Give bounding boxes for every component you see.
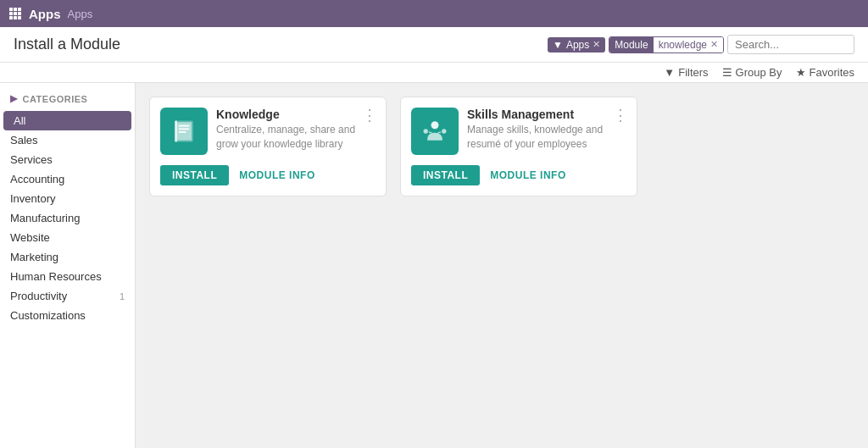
sidebar-item-accounting[interactable]: Accounting <box>0 169 135 189</box>
svg-rect-3 <box>9 12 13 15</box>
svg-point-15 <box>431 121 439 129</box>
app-icon <box>160 108 208 155</box>
filter-funnel-icon: ▼ <box>664 66 675 79</box>
sidebar-item-inventory[interactable]: Inventory <box>0 189 135 208</box>
sidebar-item-services[interactable]: Services <box>0 150 135 169</box>
svg-rect-5 <box>18 12 21 15</box>
categories-header: ▶ CATEGORIES <box>0 93 135 111</box>
sidebar-item-label: Inventory <box>10 192 55 205</box>
sidebar-items-container: AllSalesServicesAccountingInventoryManuf… <box>0 111 135 325</box>
sidebar-item-label: Website <box>10 231 50 244</box>
svg-rect-2 <box>18 8 21 11</box>
svg-line-19 <box>438 132 442 133</box>
svg-rect-14 <box>175 120 177 141</box>
svg-point-16 <box>424 129 428 133</box>
sidebar-item-website[interactable]: Website <box>0 228 135 247</box>
svg-rect-13 <box>179 131 186 133</box>
sidebar-item-label: Marketing <box>10 251 58 263</box>
module-filter-label: Module <box>609 37 653 53</box>
svg-rect-4 <box>14 12 17 15</box>
folder-icon: ▶ <box>10 93 18 104</box>
group-by-icon: ☰ <box>722 66 732 79</box>
apps-filter-label: Apps <box>566 39 589 51</box>
app-info: Skills Management Manage skills, knowled… <box>467 108 626 152</box>
svg-rect-0 <box>9 8 13 11</box>
svg-line-18 <box>429 132 432 133</box>
app-card-top: Skills Management Manage skills, knowled… <box>411 108 626 155</box>
sidebar-item-manufacturing[interactable]: Manufacturing <box>0 208 135 228</box>
group-by-button[interactable]: ☰ Group By <box>722 66 782 79</box>
sidebar-item-marketing[interactable]: Marketing <box>0 247 135 267</box>
sidebar-item-all[interactable]: All <box>3 111 131 130</box>
install-button[interactable]: INSTALL <box>160 165 229 185</box>
app-card-actions: INSTALL MODULE INFO <box>160 165 376 185</box>
svg-point-17 <box>442 129 446 133</box>
toolbar-row: ▼ Filters ☰ Group By ★ Favorites <box>0 63 868 83</box>
page-title: Install a Module <box>14 36 120 53</box>
app-info: Knowledge Centralize, manage, share and … <box>216 108 376 152</box>
filter-bar: ▼ Apps ✕ Module knowledge ✕ <box>120 35 854 54</box>
filter-icon: ▼ <box>553 39 563 51</box>
module-filter-value: knowledge ✕ <box>654 37 723 53</box>
star-icon: ★ <box>796 66 806 79</box>
topbar-breadcrumb: Apps <box>68 8 93 20</box>
sidebar-item-label: Productivity <box>10 290 67 302</box>
module-info-button[interactable]: MODULE INFO <box>490 169 566 181</box>
app-card-actions: INSTALL MODULE INFO <box>411 165 626 185</box>
apps-filter-tag[interactable]: ▼ Apps ✕ <box>548 37 605 53</box>
sidebar-item-label: Human Resources <box>10 270 102 283</box>
module-info-button[interactable]: MODULE INFO <box>239 169 315 181</box>
sidebar-item-human-resources[interactable]: Human Resources <box>0 267 135 286</box>
page-header: Install a Module ▼ Apps ✕ Module knowled… <box>0 27 868 63</box>
topbar: Apps Apps <box>0 0 868 27</box>
app-description: Manage skills, knowledge and resumé of y… <box>467 123 626 152</box>
sidebar-item-sales[interactable]: Sales <box>0 130 135 150</box>
app-card-menu-icon[interactable]: ⋮ <box>613 106 628 124</box>
sidebar-item-badge: 1 <box>120 291 125 301</box>
content-area: Knowledge Centralize, manage, share and … <box>136 83 868 448</box>
sidebar: ▶ CATEGORIES AllSalesServicesAccountingI… <box>0 83 136 448</box>
filters-button[interactable]: ▼ Filters <box>664 66 708 79</box>
favorites-button[interactable]: ★ Favorites <box>796 66 854 79</box>
apps-filter-close[interactable]: ✕ <box>593 39 600 50</box>
apps-grid: Knowledge Centralize, manage, share and … <box>149 97 854 196</box>
main-layout: ▶ CATEGORIES AllSalesServicesAccountingI… <box>0 83 868 448</box>
app-card-top: Knowledge Centralize, manage, share and … <box>160 108 376 155</box>
svg-rect-8 <box>18 16 21 19</box>
app-card-menu-icon[interactable]: ⋮ <box>362 106 377 124</box>
module-filter-close[interactable]: ✕ <box>710 39 718 50</box>
svg-rect-11 <box>179 125 190 127</box>
topbar-app-name[interactable]: Apps <box>29 7 61 21</box>
svg-rect-6 <box>9 16 13 19</box>
svg-rect-1 <box>14 8 17 11</box>
app-icon <box>411 108 459 155</box>
sidebar-item-label: Customizations <box>10 309 86 322</box>
app-card: Knowledge Centralize, manage, share and … <box>149 97 387 196</box>
sidebar-item-customizations[interactable]: Customizations <box>0 306 135 325</box>
sidebar-item-productivity[interactable]: Productivity1 <box>0 286 135 306</box>
sidebar-item-label: All <box>14 114 25 127</box>
grid-icon[interactable] <box>8 7 22 20</box>
search-input[interactable] <box>727 35 854 54</box>
sidebar-item-label: Sales <box>10 134 38 147</box>
app-description: Centralize, manage, share and grow your … <box>216 123 376 152</box>
svg-rect-7 <box>14 16 17 19</box>
app-card: Skills Management Manage skills, knowled… <box>400 97 637 196</box>
sidebar-item-label: Manufacturing <box>10 212 80 224</box>
app-name: Knowledge <box>216 108 376 121</box>
sidebar-item-label: Services <box>10 153 53 166</box>
module-filter-tag[interactable]: Module knowledge ✕ <box>609 36 724 53</box>
app-name: Skills Management <box>467 108 626 121</box>
svg-rect-12 <box>179 128 190 130</box>
install-button[interactable]: INSTALL <box>411 165 480 185</box>
sidebar-item-label: Accounting <box>10 173 64 185</box>
